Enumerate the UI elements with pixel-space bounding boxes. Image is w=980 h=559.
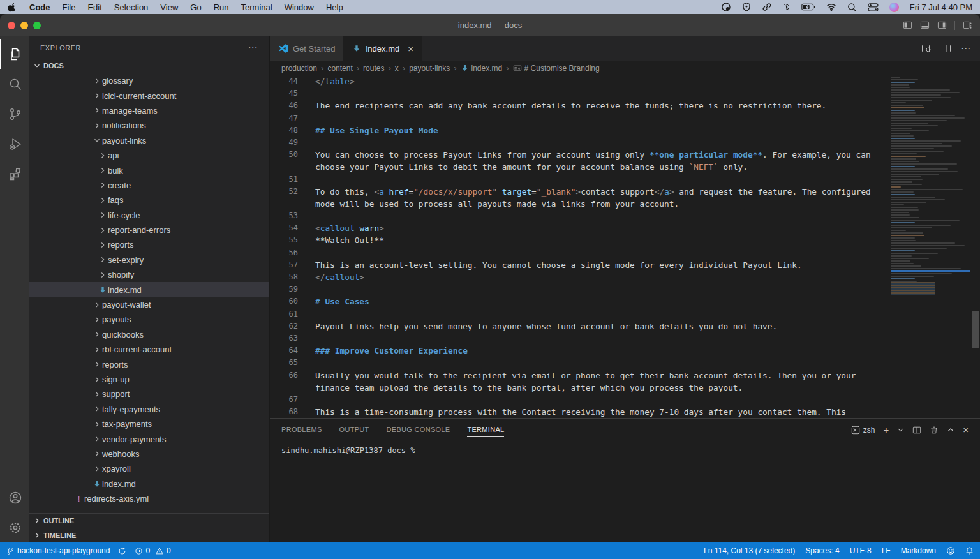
tree-item-index-md[interactable]: index.md: [29, 477, 269, 491]
breadcrumb-item-production[interactable]: production: [281, 64, 317, 73]
tree-item-reports[interactable]: reports: [29, 237, 269, 252]
menu-item-selection[interactable]: Selection: [114, 3, 148, 12]
activity-bar-explorer-icon[interactable]: [0, 39, 29, 69]
breadcrumb-item-payout-links[interactable]: payout-links: [409, 64, 450, 73]
wifi-icon[interactable]: [826, 3, 836, 11]
tree-item-api[interactable]: api: [29, 148, 269, 163]
indentation-button[interactable]: Spaces: 4: [805, 546, 839, 555]
close-window-button[interactable]: [8, 22, 15, 29]
tree-item-index-md[interactable]: index.md: [29, 282, 269, 297]
breadcrumb-file[interactable]: index.md: [461, 64, 503, 73]
breadcrumb-symbol[interactable]: # Customise Branding: [513, 64, 600, 73]
shield-icon[interactable]: [742, 2, 751, 12]
editor-scrollbar[interactable]: [972, 311, 979, 348]
tree-item-redirects-axis-yml[interactable]: !redirects-axis.yml: [29, 491, 269, 506]
panel-tab-output[interactable]: OUTPUT: [339, 419, 369, 437]
menu-bar-clock[interactable]: Fri 7 Jul 4:40 PM: [910, 3, 972, 12]
tree-section-docs[interactable]: DOCS: [29, 59, 269, 73]
eol-button[interactable]: LF: [882, 546, 891, 555]
maximize-panel-icon[interactable]: [947, 426, 954, 434]
code-editor[interactable]: 44</table>4546The end recipients can add…: [270, 75, 980, 418]
zoom-window-button[interactable]: [33, 22, 41, 29]
tab-get-started[interactable]: Get Started: [270, 36, 344, 61]
tree-item-shopify[interactable]: shopify: [29, 267, 269, 282]
encoding-button[interactable]: UTF-8: [850, 546, 872, 555]
language-mode-button[interactable]: Markdown: [901, 546, 936, 555]
menu-item-help[interactable]: Help: [326, 3, 343, 12]
tab-index-md[interactable]: index.md ×: [344, 36, 422, 61]
tree-item-set-expiry[interactable]: set-expiry: [29, 253, 269, 267]
cursor-position-button[interactable]: Ln 114, Col 13 (7 selected): [704, 546, 795, 555]
new-terminal-icon[interactable]: +: [883, 425, 889, 435]
link-icon[interactable]: [762, 2, 772, 12]
tree-item-xpayroll[interactable]: xpayroll: [29, 461, 269, 476]
breadcrumb-item-content[interactable]: content: [327, 64, 352, 73]
terminal-output[interactable]: sindhu.mahishi@RZP1387 docs %: [270, 441, 980, 455]
feedback-icon[interactable]: [946, 546, 955, 555]
control-center-icon[interactable]: [868, 3, 879, 11]
tree-item-faqs[interactable]: faqs: [29, 193, 269, 207]
tree-section-timeline[interactable]: TIMELINE: [29, 528, 269, 542]
breadcrumb-item-x[interactable]: x: [395, 64, 399, 73]
tree-item-glossary[interactable]: glossary: [29, 73, 269, 88]
screen-record-icon[interactable]: [721, 2, 731, 12]
tree-item-icici-current-account[interactable]: icici-current-account: [29, 88, 269, 103]
activity-bar-run-debug-icon[interactable]: [0, 129, 29, 159]
tree-item-payouts[interactable]: payouts: [29, 312, 269, 327]
activity-bar-search-icon[interactable]: [0, 69, 29, 99]
tree-item-life-cycle[interactable]: life-cycle: [29, 208, 269, 223]
notifications-bell-icon[interactable]: [965, 546, 974, 555]
split-editor-icon[interactable]: [941, 43, 951, 54]
split-terminal-icon[interactable]: [912, 426, 921, 435]
tree-item-quickbooks[interactable]: quickbooks: [29, 327, 269, 342]
git-branch-button[interactable]: hackon-test-api-playground: [6, 546, 110, 555]
tree-item-tally-epayments[interactable]: tally-epayments: [29, 402, 269, 417]
customize-layout-icon[interactable]: [963, 20, 972, 30]
tree-item-payout-wallet[interactable]: payout-wallet: [29, 297, 269, 312]
terminal-shell-selector[interactable]: zsh: [851, 426, 875, 435]
activity-bar-source-control-icon[interactable]: [0, 99, 29, 129]
tree-item-vendor-payments[interactable]: vendor-payments: [29, 431, 269, 446]
menu-app-name[interactable]: Code: [29, 3, 50, 12]
tree-item-manage-teams[interactable]: manage-teams: [29, 103, 269, 118]
bluetooth-icon[interactable]: [783, 2, 791, 12]
tree-item-report-and-errors[interactable]: report-and-errors: [29, 223, 269, 237]
tree-section-outline[interactable]: OUTLINE: [29, 513, 269, 528]
problems-button[interactable]: 0 0: [135, 546, 170, 555]
close-tab-icon[interactable]: ×: [408, 43, 413, 54]
tree-item-rbl-current-account[interactable]: rbl-current-account: [29, 342, 269, 357]
minimap[interactable]: [891, 77, 970, 299]
menu-item-file[interactable]: File: [63, 3, 76, 12]
activity-bar-accounts-icon[interactable]: [0, 482, 29, 512]
tree-item-notifications[interactable]: notifications: [29, 118, 269, 133]
tree-item-sign-up[interactable]: sign-up: [29, 372, 269, 387]
apple-logo-icon[interactable]: [8, 2, 17, 13]
launch-profile-chevron-icon[interactable]: [897, 426, 904, 433]
menu-item-terminal[interactable]: Terminal: [241, 3, 272, 12]
more-actions-icon[interactable]: ⋯: [961, 43, 971, 54]
minimize-window-button[interactable]: [20, 22, 28, 29]
tree-item-bulk[interactable]: bulk: [29, 163, 269, 177]
close-panel-icon[interactable]: ×: [963, 425, 969, 435]
tree-item-payout-links[interactable]: payout-links: [29, 133, 269, 148]
sync-changes-button[interactable]: [118, 547, 126, 555]
menu-item-edit[interactable]: Edit: [87, 3, 101, 12]
tree-item-create[interactable]: create: [29, 178, 269, 193]
menu-item-window[interactable]: Window: [285, 3, 314, 12]
panel-tab-problems[interactable]: PROBLEMS: [281, 419, 322, 437]
panel-tab-terminal[interactable]: TERMINAL: [467, 419, 504, 437]
tree-item-webhooks[interactable]: webhooks: [29, 447, 269, 461]
toggle-panel-icon[interactable]: [920, 20, 930, 30]
panel-tab-debug-console[interactable]: DEBUG CONSOLE: [387, 419, 450, 437]
breadcrumb-item-routes[interactable]: routes: [363, 64, 384, 73]
menu-item-view[interactable]: View: [160, 3, 178, 12]
siri-icon[interactable]: [889, 3, 899, 12]
activity-bar-settings-icon[interactable]: [0, 512, 29, 542]
spotlight-icon[interactable]: [847, 3, 857, 12]
toggle-primary-sidebar-icon[interactable]: [903, 20, 912, 30]
battery-icon[interactable]: [801, 3, 815, 11]
open-preview-icon[interactable]: [921, 43, 932, 54]
kill-terminal-icon[interactable]: [930, 426, 939, 435]
tree-item-tax-payments[interactable]: tax-payments: [29, 417, 269, 431]
activity-bar-extensions-icon[interactable]: [0, 159, 29, 189]
